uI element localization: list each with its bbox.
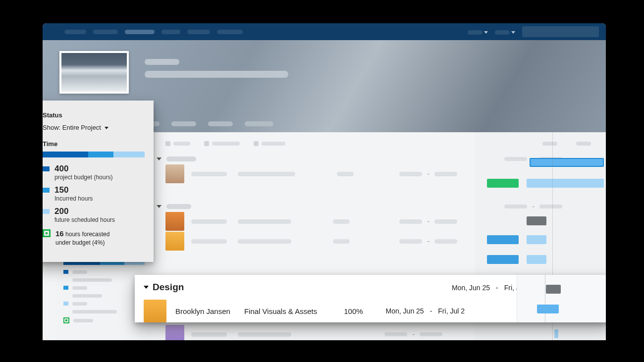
section-1-title (166, 156, 196, 161)
add-column-2[interactable] (204, 141, 240, 146)
budget-label: project budget (hours) (54, 174, 112, 181)
status-pill-b[interactable] (487, 255, 519, 264)
time-heading: Time (43, 140, 145, 148)
show-value: Entire Project (62, 124, 101, 131)
future-label: future scheduled hours (54, 216, 115, 223)
forecast-icon (43, 229, 51, 237)
date-separator: - (430, 307, 432, 315)
avatar[interactable] (165, 164, 184, 183)
forecast-line2: under budget (4%) (55, 239, 105, 246)
design-title: Design (153, 282, 184, 293)
logo-icon[interactable] (50, 28, 57, 35)
nav-item-5[interactable] (187, 30, 210, 34)
nav-item-6[interactable] (217, 30, 243, 34)
design-start: Mon, Jun 25 (452, 284, 490, 292)
gantt-bar-row3[interactable] (527, 255, 546, 264)
section-2-title (166, 204, 191, 209)
chevron-down-icon (157, 157, 161, 160)
top-menu-b[interactable] (495, 28, 515, 36)
swatch-budget (43, 166, 50, 171)
avatar-brooklyn[interactable] (144, 300, 166, 322)
task-name: Final Visuals & Assets (244, 307, 317, 315)
show-filter[interactable]: Show: Entire Project (43, 124, 145, 131)
project-tabs (145, 121, 273, 126)
design-gantt (517, 275, 606, 322)
top-menu-a[interactable] (468, 28, 488, 36)
stat-future: 200 future scheduled hours (43, 207, 145, 223)
chevron-down-icon (105, 127, 108, 129)
task-dates: Mon, Jun 25 - Fri, Jul 2 (386, 307, 465, 315)
task-row[interactable]: - (165, 324, 591, 340)
stat-incurred: 150 Incurred hours (43, 186, 145, 202)
project-title-placeholder (145, 59, 179, 65)
today-line (545, 275, 545, 322)
swatch-incurred (43, 188, 50, 193)
chevron-down-icon (144, 286, 149, 289)
stat-forecast: 16 hours forecasted under budget (4%) (43, 228, 145, 247)
status-panel: Status Show: Entire Project Time 400 pro… (43, 101, 154, 262)
search-input[interactable] (522, 26, 599, 37)
add-column-3[interactable] (254, 141, 285, 146)
project-tab-4[interactable] (245, 121, 273, 126)
chevron-down-icon (511, 31, 515, 34)
project-thumbnail[interactable] (59, 51, 129, 94)
task-end: Fri, Jul 2 (438, 307, 465, 315)
task-percent: 100% (344, 307, 363, 315)
avatar[interactable] (165, 232, 184, 251)
show-prefix: Show: (43, 124, 62, 131)
incurred-number: 150 (54, 186, 93, 194)
swatch-future (43, 209, 50, 214)
chevron-down-icon (484, 31, 488, 34)
forecast-number: 16 (55, 229, 64, 238)
gantt-bar-design-task[interactable] (537, 305, 559, 313)
gantt-bar-design-section[interactable] (546, 285, 561, 294)
forecast-line1: hours forecasted (65, 231, 109, 238)
app-window: - - - (43, 23, 606, 340)
avatar[interactable] (165, 212, 184, 231)
status-heading: Status (43, 111, 145, 119)
chevron-down-icon (157, 205, 161, 208)
future-number: 200 (54, 207, 115, 215)
project-subtitle-placeholder (145, 71, 288, 78)
date-separator: - (496, 284, 498, 292)
avatar[interactable] (165, 325, 184, 340)
incurred-label: Incurred hours (54, 195, 93, 202)
design-section-card: Design Mon, Jun 25 - Fri, Jul 2 Brooklyn… (135, 275, 606, 322)
design-task-row[interactable]: Brooklyn Jansen Final Visuals & Assets 1… (144, 300, 517, 322)
assignee-name: Brooklyn Jansen (175, 307, 230, 315)
project-tab-3[interactable] (208, 121, 233, 126)
add-column-1[interactable] (165, 141, 190, 146)
topbar (43, 23, 606, 40)
stat-budget: 400 project budget (hours) (43, 164, 145, 181)
task-start: Mon, Jun 25 (386, 307, 424, 315)
budget-number: 400 (54, 164, 112, 173)
project-tab-2[interactable] (171, 121, 196, 126)
time-stacked-bar (43, 152, 145, 157)
